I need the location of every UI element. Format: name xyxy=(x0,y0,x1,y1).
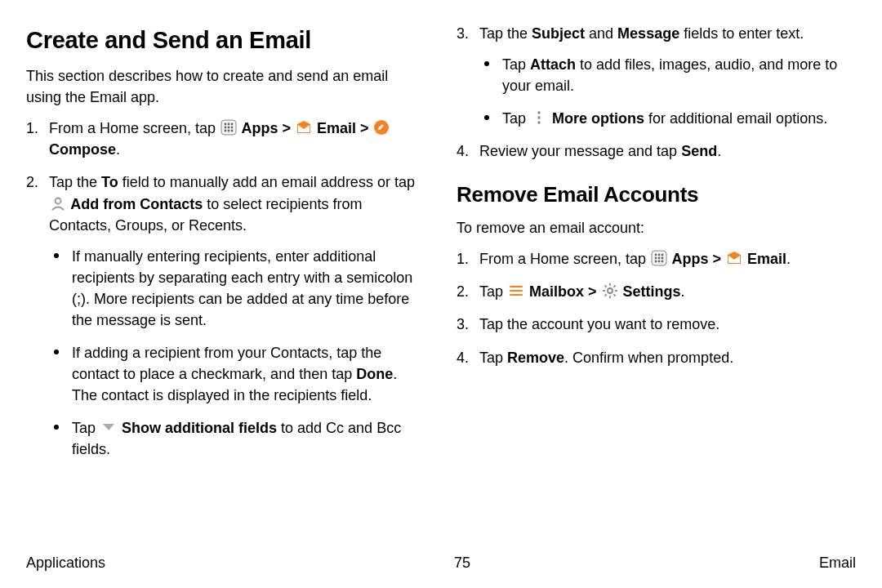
left-column: Create and Send an Email This section de… xyxy=(26,23,425,547)
remove-step-2: Tap Mailbox > Settings. xyxy=(457,281,856,302)
svg-point-13 xyxy=(537,116,541,119)
chevron-down-icon xyxy=(100,419,117,435)
svg-point-7 xyxy=(225,130,227,132)
apps-icon xyxy=(651,250,667,266)
svg-point-4 xyxy=(225,127,227,129)
remove-step-4: Tap Remove. Confirm when prompted. xyxy=(457,347,856,368)
svg-point-21 xyxy=(662,257,664,260)
svg-point-28 xyxy=(608,288,612,293)
svg-line-35 xyxy=(604,295,606,296)
svg-point-5 xyxy=(228,127,230,129)
svg-point-24 xyxy=(662,261,664,263)
heading-create-send: Create and Send an Email xyxy=(26,23,425,57)
svg-point-1 xyxy=(225,123,227,126)
svg-point-16 xyxy=(655,254,657,256)
svg-point-19 xyxy=(655,257,657,260)
remove-step-3: Tap the account you want to remove. xyxy=(457,314,856,335)
svg-point-8 xyxy=(228,130,230,132)
remove-step-1: From a Home screen, tap Apps > Email. xyxy=(457,248,856,270)
page-footer: Applications 75 Email xyxy=(26,547,856,573)
svg-point-12 xyxy=(537,111,541,114)
svg-point-3 xyxy=(231,123,234,126)
sub-show-fields: Tap Show additional fields to add Cc and… xyxy=(49,417,425,460)
svg-point-17 xyxy=(658,254,661,256)
compose-icon xyxy=(373,119,390,136)
sub-more-options: Tap More options for additional email op… xyxy=(479,108,856,129)
svg-point-6 xyxy=(231,127,234,129)
svg-point-20 xyxy=(658,257,661,260)
footer-page-number: 75 xyxy=(454,552,470,573)
step-2: Tap the To field to manually add an emai… xyxy=(26,172,425,460)
svg-line-33 xyxy=(604,286,606,287)
svg-point-23 xyxy=(658,261,661,263)
step-3: Tap the Subject and Message fields to en… xyxy=(457,23,856,129)
email-icon xyxy=(726,250,742,266)
svg-point-2 xyxy=(228,123,230,126)
right-column: Tap the Subject and Message fields to en… xyxy=(457,23,856,547)
mailbox-icon xyxy=(508,283,524,299)
svg-point-22 xyxy=(655,261,657,263)
email-icon xyxy=(296,119,312,136)
sub-manual: If manually entering recipients, enter a… xyxy=(49,246,425,331)
footer-left: Applications xyxy=(26,552,105,573)
settings-icon xyxy=(602,283,618,299)
svg-point-14 xyxy=(537,121,541,124)
intro-remove: To remove an email account: xyxy=(457,217,856,238)
svg-point-11 xyxy=(56,198,61,203)
svg-point-9 xyxy=(231,130,234,132)
svg-line-34 xyxy=(613,295,615,296)
svg-line-36 xyxy=(613,286,615,287)
sub-contacts: If adding a recipient from your Contacts… xyxy=(49,342,425,406)
svg-point-18 xyxy=(662,254,664,256)
step-4: Review your message and tap Send. xyxy=(457,140,856,162)
step-1: From a Home screen, tap Apps > Email > C… xyxy=(26,118,425,160)
apps-icon xyxy=(220,119,237,136)
sub-attach: Tap Attach to add files, images, audio, … xyxy=(479,54,856,96)
intro-text: This section describes how to create and… xyxy=(26,65,425,108)
heading-remove-accounts: Remove Email Accounts xyxy=(457,180,856,211)
footer-right: Email xyxy=(819,552,856,573)
contacts-icon xyxy=(50,195,66,212)
more-options-icon xyxy=(531,109,547,126)
